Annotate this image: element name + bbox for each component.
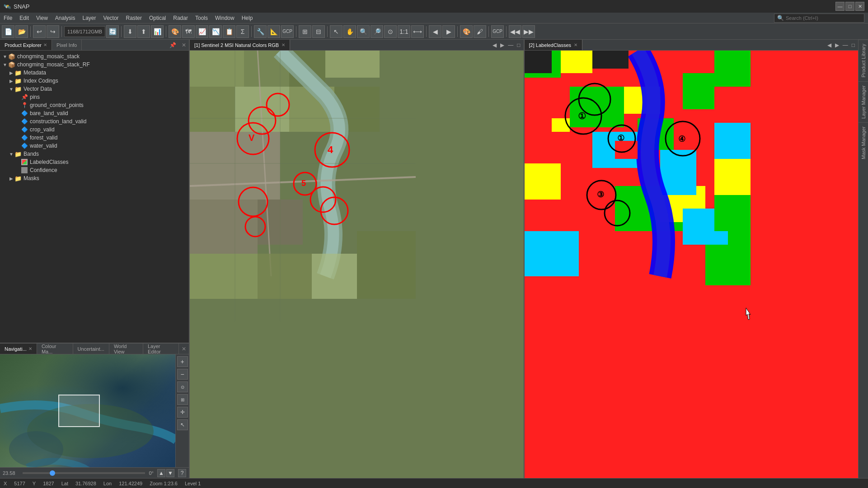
color-button[interactable]: 🎨 — [169, 25, 181, 38]
nav-zoom-in[interactable]: + — [177, 356, 188, 367]
minimize-button[interactable]: — — [835, 2, 845, 11]
import-button[interactable]: ⬇ — [124, 25, 136, 38]
menu-file[interactable]: File — [0, 13, 16, 23]
spectrum-button[interactable]: 📉 — [209, 25, 222, 38]
brightness-slider[interactable] — [23, 472, 145, 474]
close-button[interactable]: ✕ — [855, 2, 864, 11]
back-button[interactable]: ◀◀ — [509, 25, 521, 38]
nav-zoom-out[interactable]: − — [177, 369, 188, 380]
expand-product1[interactable]: ▼ — [2, 54, 8, 59]
grid-button[interactable]: ⊞ — [299, 25, 311, 38]
synczoom-button[interactable]: ⟷ — [411, 25, 424, 38]
tree-item-product1[interactable]: ▼ 📦 chongming_mosaic_stack — [2, 52, 187, 60]
tree-item-water[interactable]: 🔷 water_valid — [2, 142, 187, 150]
close-navigate[interactable]: ✕ — [28, 346, 32, 351]
panel1-minimize[interactable]: — — [507, 42, 515, 48]
tree-item-construction[interactable]: 🔷 construction_land_valid — [2, 117, 187, 125]
maximize-button[interactable]: □ — [845, 2, 854, 11]
help-button[interactable]: ? — [178, 469, 186, 477]
export-button[interactable]: ⬆ — [137, 25, 150, 38]
menu-analysis[interactable]: Analysis — [52, 13, 79, 23]
close-sentinel-tab[interactable]: ✕ — [282, 42, 285, 47]
open-button[interactable]: 📂 — [15, 25, 28, 38]
tree-item-metadata[interactable]: ▶ 📁 Metadata — [2, 69, 187, 77]
refresh-button[interactable]: 🔄 — [106, 25, 119, 38]
panel1-prev[interactable]: ◀ — [491, 42, 498, 48]
nav-zoom-fit[interactable]: ⊞ — [177, 394, 188, 405]
tree-item-bare-land[interactable]: 🔷 bare_land_valid — [2, 109, 187, 117]
panel2-maximize[interactable]: □ — [850, 42, 856, 48]
tab-navigate[interactable]: Navigati... ✕ — [0, 344, 37, 354]
tree-item-forest[interactable]: 🔷 forest_valid — [2, 134, 187, 142]
zoomout-tb-button[interactable]: 🔎 — [371, 25, 383, 38]
expand-indexcodings[interactable]: ▶ — [8, 79, 14, 84]
panel2-prev[interactable]: ◀ — [826, 42, 833, 48]
prev-button[interactable]: ◀ — [429, 25, 441, 38]
menu-edit[interactable]: Edit — [16, 13, 33, 23]
tab-world-view[interactable]: World View — [109, 344, 143, 354]
next-button[interactable]: ▶ — [442, 25, 455, 38]
close-labeled-tab[interactable]: ✕ — [574, 42, 577, 47]
tree-item-product2[interactable]: ▼ 📦 chongming_mosaic_stack_RF — [2, 60, 187, 69]
tab-layer-manager[interactable]: Layer Manager — [859, 81, 868, 122]
tree-item-gcp[interactable]: 📍 ground_control_points — [2, 101, 187, 109]
tree-item-vectordata[interactable]: ▼ 📁 Vector Data — [2, 85, 187, 93]
tab-product-explorer[interactable]: Product Explorer ✕ — [0, 40, 52, 50]
expand-bands[interactable]: ▼ — [8, 152, 14, 157]
nav-move[interactable]: ✛ — [177, 407, 188, 418]
close-product-explorer[interactable]: ✕ — [43, 42, 47, 47]
forward-button[interactable]: ▶▶ — [522, 25, 535, 38]
tree-item-bands[interactable]: ▼ 📁 Bands — [2, 150, 187, 158]
redo-button[interactable]: ↪ — [47, 25, 59, 38]
panel-close-button[interactable]: ✕ — [179, 42, 189, 48]
pan-button[interactable]: ✋ — [343, 25, 356, 38]
nav-select[interactable]: ↖ — [177, 419, 188, 430]
tab-pixel-info[interactable]: Pixel Info — [52, 40, 82, 50]
color2-button[interactable]: 🎨 — [460, 25, 473, 38]
menu-tools[interactable]: Tools — [192, 13, 211, 23]
rotate-up-button[interactable]: ▲ — [157, 469, 165, 477]
tree-item-masks[interactable]: ▶ 📁 Masks — [2, 174, 187, 182]
menu-help[interactable]: Help — [238, 13, 257, 23]
grid2-button[interactable]: ⊟ — [312, 25, 325, 38]
new-button[interactable]: 📄 — [2, 25, 14, 38]
undo-button[interactable]: ↩ — [33, 25, 46, 38]
panel1-maximize[interactable]: □ — [516, 42, 521, 48]
panel2-minimize[interactable]: — — [841, 42, 849, 48]
color3-button[interactable]: 🖌 — [474, 25, 486, 38]
rotate-down-button[interactable]: ▼ — [166, 469, 174, 477]
expand-metadata[interactable]: ▶ — [8, 70, 14, 75]
map-button[interactable]: 🗺 — [182, 25, 195, 38]
nav-close-button[interactable]: ✕ — [179, 346, 189, 352]
gcp2-button[interactable]: GCP — [491, 25, 504, 38]
table-button[interactable]: 📋 — [223, 25, 235, 38]
chart-button[interactable]: 📈 — [196, 25, 208, 38]
tab-layer-editor[interactable]: Layer Editor — [143, 344, 179, 354]
zoomfit-button[interactable]: ⊙ — [384, 25, 397, 38]
expand-product2[interactable]: ▼ — [2, 62, 8, 67]
export2-button[interactable]: 📊 — [151, 25, 164, 38]
tab-mask-manager[interactable]: Mask Manager — [859, 122, 868, 163]
tree-item-indexcodings[interactable]: ▶ 📁 Index Codings — [2, 77, 187, 85]
menu-window[interactable]: Window — [211, 13, 238, 23]
panel2-next[interactable]: ▶ — [834, 42, 840, 48]
menu-optical[interactable]: Optical — [145, 13, 169, 23]
tab-uncertainty[interactable]: Uncertaint... — [73, 344, 109, 354]
search-input[interactable] — [786, 15, 861, 21]
tree-item-crop[interactable]: 🔷 crop_valid — [2, 125, 187, 134]
tree-item-confidence[interactable]: Confidence — [2, 166, 187, 174]
zoomin-tb-button[interactable]: 🔍 — [357, 25, 370, 38]
cursor-button[interactable]: ↖ — [330, 25, 343, 38]
sigma-button[interactable]: Σ — [236, 25, 249, 38]
menu-view[interactable]: View — [33, 13, 52, 23]
zoomnative-button[interactable]: 1:1 — [398, 25, 410, 38]
expand-vectordata[interactable]: ▼ — [8, 87, 14, 92]
menu-vector[interactable]: Vector — [100, 13, 122, 23]
panel1-next[interactable]: ▶ — [499, 42, 506, 48]
tab-colour-map[interactable]: Colour Ma... — [37, 344, 73, 354]
tree-item-pins[interactable]: 📌 pins — [2, 93, 187, 101]
tool1-button[interactable]: 🔧 — [254, 25, 267, 38]
tool2-button[interactable]: 📐 — [267, 25, 280, 38]
tab-product-library[interactable]: Product Library — [859, 40, 868, 81]
expand-masks[interactable]: ▶ — [8, 176, 14, 181]
